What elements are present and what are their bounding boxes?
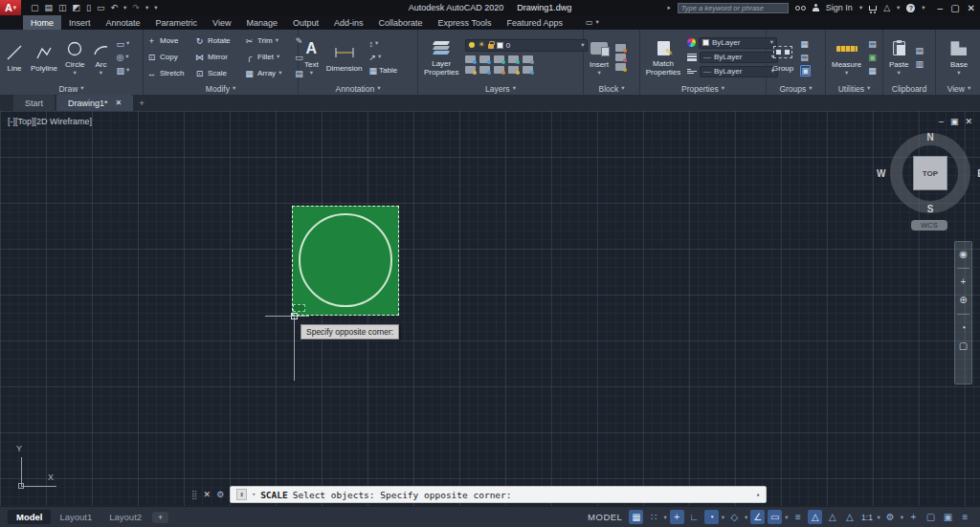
fillet-button[interactable]: ╭Fillet▾: [244, 53, 294, 62]
panel-label-annotation[interactable]: Annotation▾: [299, 82, 417, 95]
rectangle-button[interactable]: ▭▾: [116, 38, 129, 50]
layer-tool-icon[interactable]: [508, 55, 519, 63]
chevron-down-icon[interactable]: ▾: [252, 492, 256, 498]
redo-dropdown-icon[interactable]: ▾: [145, 5, 148, 11]
layer-color-swatch[interactable]: [497, 42, 503, 49]
measure-button[interactable]: Measure ▾: [829, 38, 864, 77]
model-tab[interactable]: Model: [8, 510, 51, 524]
layout2-tab[interactable]: Layout2: [100, 510, 150, 524]
minimize-button[interactable]: –: [938, 3, 944, 13]
text-button[interactable]: A Text ▾: [301, 38, 322, 77]
polar-tracking-toggle[interactable]: ◔: [704, 510, 719, 524]
quick-select-button[interactable]: ▣: [868, 52, 877, 63]
leader-button[interactable]: ↗▾: [368, 52, 397, 63]
command-input-bar[interactable]: ▮ ▾ SCALE Select objects: Specify opposi…: [230, 486, 767, 503]
help-icon[interactable]: ?: [906, 4, 915, 12]
isometric-drafting-toggle[interactable]: ◇: [727, 510, 742, 524]
layer-on-bulb-icon[interactable]: [469, 42, 475, 48]
tab-output[interactable]: Output: [285, 15, 326, 30]
layout1-tab[interactable]: Layout1: [51, 510, 100, 524]
arc-button[interactable]: Arc ▾: [89, 38, 112, 77]
panel-label-layers[interactable]: Layers▾: [418, 82, 583, 95]
plot-icon[interactable]: ▯: [86, 4, 91, 12]
layer-properties-button[interactable]: Layer Properties: [421, 37, 461, 77]
rotate-button[interactable]: ↻Rotate: [194, 36, 244, 46]
line-button[interactable]: Line: [3, 42, 26, 73]
new-file-icon[interactable]: ▢: [31, 4, 39, 12]
maximize-button[interactable]: ▢: [950, 3, 959, 13]
dimension-style-button[interactable]: ↕▾: [368, 38, 397, 50]
tab-home[interactable]: Home: [23, 15, 61, 30]
zoom-icon[interactable]: ⊕: [959, 296, 967, 305]
id-point-button[interactable]: ▤: [868, 38, 877, 50]
quick-calc-button[interactable]: ▦: [868, 65, 877, 77]
scale-button[interactable]: ⊡Scale: [194, 69, 244, 78]
copy-button[interactable]: ⊡Copy: [146, 53, 194, 62]
table-button[interactable]: ▦Table: [368, 65, 397, 77]
command-line-close-icon[interactable]: ✕: [204, 490, 212, 499]
paste-button[interactable]: Paste ▾: [886, 38, 911, 77]
show-motion-icon[interactable]: ▢: [959, 341, 968, 351]
qat-customize-icon[interactable]: ▾: [154, 5, 157, 11]
application-menu-button[interactable]: A ▾: [0, 0, 21, 15]
new-drawing-tab-button[interactable]: +: [135, 95, 148, 111]
layer-tool-icon[interactable]: [523, 55, 533, 63]
tab-parametric[interactable]: Parametric: [148, 15, 206, 30]
annotation-scale-button[interactable]: 1:1: [859, 510, 874, 524]
file-tab-start[interactable]: Start: [13, 95, 55, 111]
clean-screen-icon[interactable]: ▣: [941, 510, 955, 524]
panel-label-draw[interactable]: Draw▾: [0, 82, 143, 95]
circle-button[interactable]: Circle ▾: [62, 38, 87, 77]
panel-label-groups[interactable]: Groups▾: [767, 82, 825, 95]
workspace-switching-gear-icon[interactable]: ⚙: [883, 510, 898, 524]
object-snap-toggle[interactable]: ▭: [768, 510, 782, 524]
undo-icon[interactable]: ↶: [111, 4, 119, 12]
isometric-dropdown-icon[interactable]: ▾: [745, 514, 747, 521]
object-color-dropdown[interactable]: ByLayer ▾: [699, 37, 777, 49]
tab-featured-apps[interactable]: Featured Apps: [499, 15, 570, 30]
object-snap-tracking-toggle[interactable]: ∠: [750, 510, 765, 524]
ribbon-cycle-button[interactable]: ▭ ▾: [586, 15, 599, 30]
print-icon[interactable]: ▭: [97, 4, 105, 12]
match-properties-button[interactable]: Match Properties: [643, 37, 683, 77]
a360-icon[interactable]: △: [883, 3, 890, 12]
layer-unlock-icon[interactable]: [488, 44, 494, 49]
viewcube-west[interactable]: W: [877, 168, 885, 179]
search-input[interactable]: [678, 3, 789, 13]
customization-menu-icon[interactable]: ≡: [958, 510, 972, 524]
circle-entity[interactable]: [299, 213, 392, 307]
layer-tool-icon[interactable]: [523, 66, 533, 74]
undo-dropdown-icon[interactable]: ▾: [123, 5, 126, 11]
layer-tool-icon[interactable]: [494, 66, 504, 74]
tab-view[interactable]: View: [205, 15, 238, 30]
help-dropdown-icon[interactable]: ▾: [922, 5, 924, 11]
panel-label-clipboard[interactable]: Clipboard: [883, 82, 935, 95]
annotation-visibility-toggle[interactable]: △: [808, 510, 822, 524]
model-space-label[interactable]: MODEL: [588, 512, 622, 522]
open-file-icon[interactable]: ▤: [45, 4, 54, 12]
sign-in-dropdown-icon[interactable]: ▾: [859, 5, 862, 11]
object-snap-dropdown-icon[interactable]: ▾: [785, 514, 788, 521]
snap-dropdown-icon[interactable]: ▾: [663, 514, 666, 521]
trim-button[interactable]: ✂Trim▾: [244, 36, 294, 46]
tab-manage[interactable]: Manage: [238, 15, 285, 30]
tab-collaborate[interactable]: Collaborate: [371, 15, 431, 30]
tab-add-ins[interactable]: Add-ins: [326, 15, 371, 30]
stretch-button[interactable]: ↔Stretch: [146, 69, 194, 78]
layer-tool-icon[interactable]: [479, 55, 490, 63]
copy-clip-button[interactable]: ▥: [915, 58, 924, 70]
tab-annotate[interactable]: Annotate: [99, 15, 148, 30]
redo-icon[interactable]: ↷: [132, 4, 140, 12]
annotation-scale-dropdown-icon[interactable]: ▾: [877, 514, 880, 521]
isolate-objects-icon[interactable]: ▢: [924, 510, 938, 524]
cut-button[interactable]: ▤: [915, 45, 924, 56]
panel-label-properties[interactable]: Properties▾: [640, 82, 766, 95]
status-plus-icon[interactable]: +: [906, 510, 921, 524]
viewport-close-icon[interactable]: ✕: [965, 117, 972, 126]
annotation-monitor-toggle[interactable]: △: [842, 510, 857, 524]
layer-tool-icon[interactable]: [465, 55, 476, 63]
viewport-restore-icon[interactable]: ▣: [950, 117, 959, 126]
save-as-icon[interactable]: ◩: [73, 4, 81, 12]
polar-dropdown-icon[interactable]: ▾: [722, 514, 724, 521]
wcs-dropdown[interactable]: WCS: [911, 220, 947, 231]
